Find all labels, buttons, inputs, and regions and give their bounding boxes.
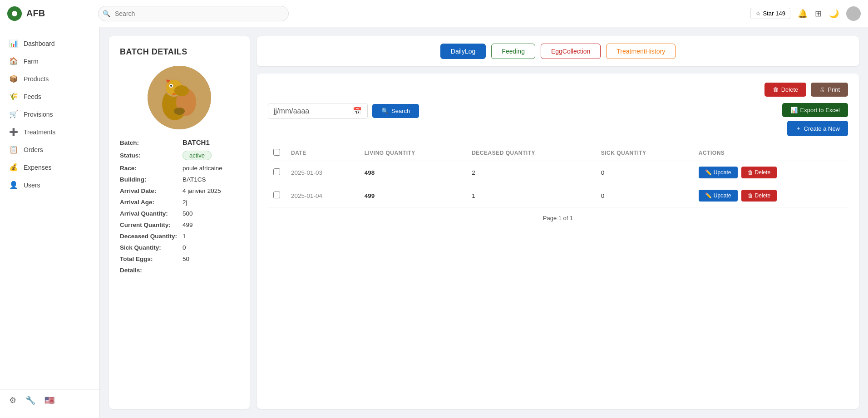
delete-label: Delete xyxy=(781,86,799,93)
delete-button[interactable]: 🗑 Delete xyxy=(764,83,807,97)
print-button[interactable]: 🖨 Print xyxy=(811,83,848,97)
batch-details-card: BATCH DETAILS xyxy=(109,36,250,409)
export-button[interactable]: 📊 Export to Excel xyxy=(782,103,848,117)
col-date: DATE xyxy=(286,145,359,161)
table-row: 2025-01-03 498 2 0 ✏️ Update 🗑 Delete xyxy=(268,161,848,184)
row-delete-button-1[interactable]: 🗑 Delete xyxy=(741,190,777,202)
right-panel: DailyLog Feeding EggCollection Treatment… xyxy=(257,36,859,409)
row-delete-button-0[interactable]: 🗑 Delete xyxy=(741,167,777,178)
sidebar: 📊 Dashboard 🏠 Farm 📦 Products 🌾 Feeds 🛒 … xyxy=(0,27,100,418)
row-checkbox-1[interactable] xyxy=(273,192,280,198)
race-value: poule africaine xyxy=(182,165,222,172)
arrival-date-label: Arrival Date: xyxy=(120,187,179,194)
cell-living-0: 498 xyxy=(359,161,467,184)
building-label: Building: xyxy=(120,176,179,183)
cell-deceased-0: 2 xyxy=(466,161,596,184)
create-button[interactable]: ＋ Create a New xyxy=(787,121,848,136)
dark-mode-icon[interactable]: 🌙 xyxy=(829,9,839,19)
plus-icon: ＋ xyxy=(795,124,801,133)
tab-feeding[interactable]: Feeding xyxy=(491,44,535,59)
products-icon: 📦 xyxy=(9,74,18,83)
search-icon: 🔍 xyxy=(103,10,110,17)
trash-row-icon: 🗑 xyxy=(748,169,753,176)
sidebar-label-products: Products xyxy=(24,75,49,83)
star-button[interactable]: ☆ Star 149 xyxy=(750,8,790,19)
tab-eggcollection[interactable]: EggCollection xyxy=(541,44,601,59)
cell-date-1: 2025-01-04 xyxy=(286,184,359,207)
notification-icon[interactable]: 🔔 xyxy=(798,9,808,19)
batch-field-arrival-date: Arrival Date: 4 janvier 2025 xyxy=(120,187,239,194)
sidebar-item-expenses[interactable]: 💰 Expenses xyxy=(0,158,99,176)
edit-icon: ✏️ xyxy=(705,169,712,176)
select-all-checkbox[interactable] xyxy=(273,149,280,156)
sidebar-item-users[interactable]: 👤 Users xyxy=(0,176,99,194)
sidebar-item-feeds[interactable]: 🌾 Feeds xyxy=(0,88,99,105)
expenses-icon: 💰 xyxy=(9,163,18,172)
batch-field-name: Batch: BATCH1 xyxy=(120,138,239,146)
cell-sick-1: 0 xyxy=(596,184,693,207)
toolbar-top: 🗑 Delete 🖨 Print xyxy=(268,83,848,97)
search-bar: 🔍 xyxy=(98,6,289,21)
arrival-date-value: 4 janvier 2025 xyxy=(182,187,221,194)
export-create-group: 📊 Export to Excel ＋ Create a New xyxy=(782,103,848,136)
svg-point-8 xyxy=(170,85,172,87)
batch-value-name: BATCH1 xyxy=(182,138,210,146)
batch-field-deceased-qty: Deceased Quantity: 1 xyxy=(120,233,239,240)
update-button-0[interactable]: ✏️ Update xyxy=(699,167,738,178)
sick-qty-value: 0 xyxy=(182,244,186,251)
svg-point-12 xyxy=(174,108,185,115)
cell-date-0: 2025-01-03 xyxy=(286,161,359,184)
sidebar-item-dashboard[interactable]: 📊 Dashboard xyxy=(0,34,99,52)
language-icon[interactable]: 🇺🇸 xyxy=(44,395,54,405)
total-eggs-label: Total Eggs: xyxy=(120,256,179,262)
cell-deceased-1: 1 xyxy=(466,184,596,207)
total-eggs-value: 50 xyxy=(182,256,189,262)
star-label: Star xyxy=(763,10,774,17)
batch-field-status: Status: active xyxy=(120,151,239,160)
batch-field-total-eggs: Total Eggs: 50 xyxy=(120,256,239,262)
app-title: AFB xyxy=(26,8,45,19)
col-actions: ACTIONS xyxy=(693,145,848,161)
row-checkbox-0[interactable] xyxy=(273,168,280,175)
search-icon: 🔍 xyxy=(381,108,389,114)
search-export-row: jj/mm/aaaa 📅 🔍 Search 📊 Export to Excel xyxy=(268,103,848,136)
svg-point-0 xyxy=(12,11,17,16)
layout: 📊 Dashboard 🏠 Farm 📦 Products 🌾 Feeds 🛒 … xyxy=(0,27,868,418)
orders-icon: 📋 xyxy=(9,145,18,154)
batch-label: Batch: xyxy=(120,139,179,146)
grid-icon[interactable]: ⊞ xyxy=(815,9,822,19)
settings-sliders-icon[interactable]: ⚙ xyxy=(9,395,16,405)
current-qty-label: Current Quantity: xyxy=(120,221,179,228)
avatar[interactable] xyxy=(846,6,861,21)
data-table: DATE LIVING QUANTITY DECEASED QUANTITY S… xyxy=(268,145,848,207)
batch-field-race: Race: poule africaine xyxy=(120,165,239,172)
farm-icon: 🏠 xyxy=(9,57,18,65)
sidebar-label-farm: Farm xyxy=(24,58,39,65)
batch-field-arrival-age: Arrival Age: 2j xyxy=(120,199,239,206)
navbar: AFB 🔍 ☆ Star 149 🔔 ⊞ 🌙 xyxy=(0,0,868,27)
star-count: 149 xyxy=(775,10,785,17)
status-badge: active xyxy=(182,151,212,160)
sidebar-item-treatments[interactable]: ➕ Treatments xyxy=(0,123,99,141)
cell-sick-0: 0 xyxy=(596,161,693,184)
sidebar-bottom: ⚙ 🔧 🇺🇸 xyxy=(0,389,99,411)
sidebar-item-orders[interactable]: 📋 Orders xyxy=(0,141,99,158)
sidebar-item-farm[interactable]: 🏠 Farm xyxy=(0,52,99,70)
batch-field-sick-qty: Sick Quantity: 0 xyxy=(120,244,239,251)
batch-image-wrapper xyxy=(120,66,239,129)
date-placeholder: jj/mm/aaaa xyxy=(274,107,309,115)
search-button[interactable]: 🔍 Search xyxy=(372,104,419,118)
tab-treatmenthistory[interactable]: TreatmentHistory xyxy=(606,44,676,59)
update-button-1[interactable]: ✏️ Update xyxy=(699,190,738,202)
tab-dailylog[interactable]: DailyLog xyxy=(440,44,486,59)
search-input[interactable] xyxy=(98,6,289,21)
calendar-icon[interactable]: 📅 xyxy=(353,107,362,115)
sidebar-item-provisions[interactable]: 🛒 Provisions xyxy=(0,105,99,123)
date-input-wrapper: jj/mm/aaaa 📅 xyxy=(268,103,368,119)
search-label: Search xyxy=(391,108,410,114)
sidebar-item-products[interactable]: 📦 Products xyxy=(0,70,99,88)
logo-icon xyxy=(7,6,22,21)
sidebar-label-orders: Orders xyxy=(24,146,43,153)
gear-icon[interactable]: 🔧 xyxy=(25,395,35,405)
svg-point-11 xyxy=(174,85,189,96)
